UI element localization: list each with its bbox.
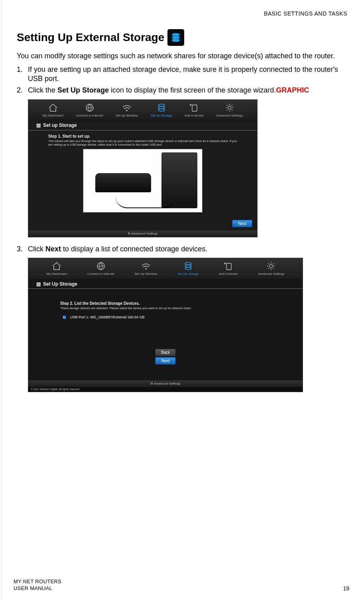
bottom-bar[interactable]: ⚙ Advanced Settings [28, 381, 303, 387]
step-number: 1. [17, 65, 28, 84]
back-button[interactable]: Back [155, 349, 176, 356]
section-heading: Setting Up External Storage [17, 29, 349, 46]
bottom-bar[interactable]: ⚙ Advanced Settings [28, 231, 257, 237]
svg-point-2 [172, 39, 180, 42]
nav-advanced-settings[interactable]: Advanced Settings [258, 261, 285, 276]
step-text: Click Next to display a list of connecte… [28, 245, 349, 254]
nav-my-dashboard[interactable]: My Dashboard [46, 261, 67, 276]
add-device-icon [189, 103, 200, 112]
footer-line2: USER MANUAL [14, 585, 61, 592]
globe-icon [95, 261, 106, 271]
svg-point-11 [145, 268, 147, 270]
step-title: Step 1. Start to set up. [48, 134, 237, 139]
step-title: Step 2. List the Detected Storage Device… [60, 301, 283, 306]
nav-row: My Dashboard Connect to Internet Set Up … [28, 258, 303, 278]
svg-point-6 [158, 107, 165, 109]
radio-selected-icon [63, 316, 66, 319]
panel-title: ▤ Set up Storage [28, 120, 257, 130]
step-text: Click the Set Up Storage icon to display… [28, 86, 349, 95]
nav-add-device[interactable]: Add a Device [185, 103, 204, 118]
router-drive-illustration [83, 149, 203, 213]
page-number: 19 [343, 585, 349, 592]
intro-text: You can modify storage settings such as … [17, 51, 349, 61]
gear-icon [224, 103, 235, 112]
page-footer: MY NET ROUTERS USER MANUAL 19 [14, 578, 349, 592]
next-button[interactable]: Next [232, 220, 252, 227]
drive-icon: ▤ [36, 122, 41, 129]
steps-list: 1. If you are setting up an attached sto… [17, 65, 349, 95]
nav-setup-storage[interactable]: Set Up storage [177, 261, 199, 276]
detected-device-row[interactable]: USB Port 1: WD_1600BEVExternal 160.04 GB [60, 313, 283, 320]
wizard-step1-screenshot: My Dashboard Connect to Internet Set up … [28, 99, 258, 237]
step-description: This wizard will take you through the st… [48, 139, 237, 147]
step-description: These storage devices are detected. Plea… [60, 306, 283, 310]
next-button[interactable]: Next [155, 357, 176, 365]
steps-list-cont: 3. Click Next to display a list of conne… [17, 245, 349, 254]
svg-point-14 [185, 267, 191, 270]
home-icon [47, 103, 59, 112]
footer-line1: MY NET ROUTERS [14, 578, 61, 585]
step-number: 2. [17, 86, 28, 95]
nav-setup-wireless[interactable]: Set Up Wireless [134, 261, 157, 276]
page-header: BASIC SETTINGS AND TASKS [14, 10, 347, 17]
storage-icon [167, 29, 184, 46]
detected-device-label: USB Port 1: WD_1600BEVExternal 160.04 GB [70, 315, 145, 320]
graphic-label: GRAPHIC [276, 86, 309, 94]
globe-icon [84, 103, 95, 112]
step-text: If you are setting up an attached storag… [28, 65, 349, 84]
svg-point-13 [185, 265, 191, 267]
svg-point-5 [158, 104, 165, 107]
step-number: 3. [17, 245, 28, 254]
wifi-icon [121, 103, 132, 112]
nav-add-device[interactable]: Add a Device [219, 261, 238, 276]
add-device-icon [223, 261, 234, 271]
nav-connect-internet[interactable]: Connect to Internet [87, 261, 114, 276]
gear-icon [266, 261, 277, 271]
storage-icon [156, 103, 167, 112]
wizard-step2-screenshot: My Dashboard Connect to Internet Set Up … [28, 258, 303, 392]
svg-point-9 [228, 106, 231, 109]
svg-point-12 [185, 262, 191, 265]
svg-point-16 [270, 264, 273, 268]
copyright-footer: © 2011 Western Digital. All rights reser… [28, 387, 303, 392]
nav-advanced-settings[interactable]: Advanced Settings [216, 103, 243, 118]
drive-icon: ▤ [36, 281, 41, 288]
wifi-icon [140, 261, 152, 271]
section-heading-text: Setting Up External Storage [17, 30, 164, 45]
nav-setup-storage[interactable]: Set up Storage [151, 103, 172, 118]
bold-term: Next [45, 245, 61, 253]
svg-rect-15 [226, 263, 231, 270]
svg-point-7 [158, 109, 165, 111]
storage-icon [183, 261, 194, 271]
bold-term: Set Up Storage [57, 86, 109, 94]
nav-setup-wireless[interactable]: Set up Wireless [116, 103, 138, 118]
home-icon [51, 261, 62, 271]
panel-title: ▤ Set Up Storage [28, 279, 303, 289]
nav-my-dashboard[interactable]: My Dashboard [43, 103, 63, 118]
nav-connect-internet[interactable]: Connect to Internet [76, 103, 103, 118]
nav-row: My Dashboard Connect to Internet Set up … [28, 100, 257, 120]
svg-rect-8 [192, 105, 197, 111]
svg-point-4 [126, 110, 128, 111]
